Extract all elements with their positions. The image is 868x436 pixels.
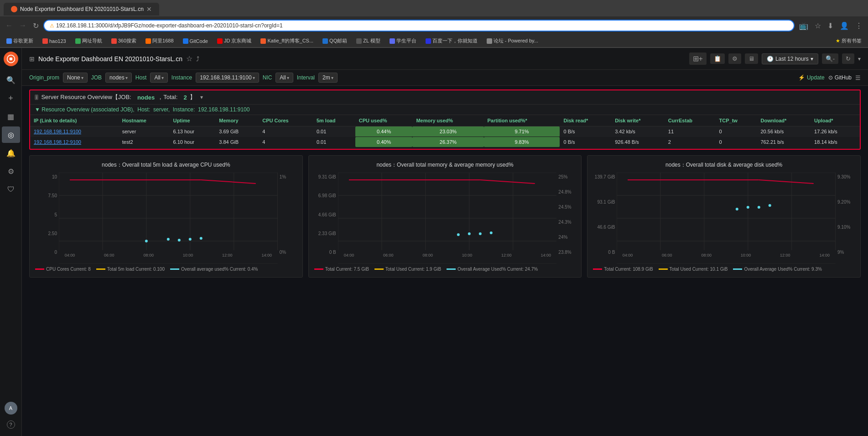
dashboard-title: Node Exporter Dashboard EN 20201010-Star…: [38, 55, 182, 63]
sidebar-item-alerting[interactable]: 🔔: [2, 145, 20, 161]
table-cell: 18.14 kb/s: [811, 137, 860, 147]
display-settings-button[interactable]: 📋: [710, 53, 725, 64]
table-cell: 4: [259, 137, 313, 147]
instance-label: Instance: [172, 74, 192, 81]
bookmark-wangzhi[interactable]: 网址导航: [73, 37, 105, 45]
download-button[interactable]: ⬇: [826, 20, 835, 32]
chart-svg: 04:0006:0008:0010:0012:0014:00: [338, 173, 557, 264]
responsive-button[interactable]: 🖥: [745, 53, 758, 64]
sidebar-item-explore[interactable]: ◎: [2, 126, 20, 143]
bookmark-katie[interactable]: Katie_ff的博客_CS...: [258, 37, 316, 45]
address-bar[interactable]: ⚠ 192.168.198.11:3000/d/xfpJB9FGz/node-e…: [43, 20, 795, 32]
bookmark-baidu[interactable]: 百度一下，你就知道: [423, 37, 480, 45]
chart-plot-area: 04:0006:0008:0010:0012:0014:00: [59, 173, 278, 264]
table-cell[interactable]: 192.168.198.11:9100: [30, 126, 119, 137]
sidebar-item-dashboards[interactable]: ▦: [2, 108, 20, 125]
time-range-picker[interactable]: 🕐 Last 12 hours ▾: [762, 53, 818, 64]
resource-table-container: ▼ Resource Overview (associated JOB), Ho…: [30, 105, 860, 149]
share-icon[interactable]: ⤴: [196, 55, 199, 63]
browser-tab[interactable]: Node Exporter Dashboard EN 20201010-Star…: [4, 3, 159, 16]
security-warning-icon: ⚠: [50, 23, 54, 29]
table-cell: 0.40%: [355, 137, 413, 147]
job-select[interactable]: nodes ▾: [105, 73, 132, 83]
time-range-label: Last 12 hours: [775, 56, 809, 62]
add-panel-button[interactable]: ⊞+: [689, 53, 707, 65]
col-tcp-tw: TCP_tw: [716, 115, 757, 126]
table-cell: 11: [665, 126, 716, 137]
bookmark-all[interactable]: ★ 所有书签: [833, 37, 864, 45]
legend-line-1: [374, 268, 384, 270]
tab-close-icon[interactable]: ✕: [146, 5, 152, 13]
svg-text:10:00: 10:00: [462, 253, 472, 257]
bookmark-gitcode[interactable]: GitCode: [180, 37, 211, 45]
chart-plot-area: 04:0006:0008:0010:0012:0014:00: [338, 173, 557, 264]
bookmark-zl[interactable]: ZL 模型: [353, 37, 383, 45]
col-disk-read: Disk read*: [560, 115, 611, 126]
star-icon[interactable]: ☆: [186, 54, 192, 63]
chart-panel-2: nodes：Overall total disk & average disk …: [587, 155, 861, 278]
legend-label-2: Overall Average Used% Current: 9.3%: [744, 267, 821, 272]
svg-point-40: [468, 232, 470, 235]
zoom-out-button[interactable]: 🔍-: [822, 53, 838, 64]
dashboard-settings-button[interactable]: ⚙: [728, 53, 741, 64]
svg-text:08:00: 08:00: [143, 253, 154, 257]
sidebar-item-help[interactable]: ?: [2, 416, 20, 433]
bookmark-forum[interactable]: 论坛 - Powered by...: [484, 37, 541, 45]
bookmark-star-button[interactable]: ☆: [813, 20, 823, 32]
bookmark-jd[interactable]: JD 京东商城: [214, 37, 255, 45]
table-cell[interactable]: 192.168.198.12:9100: [30, 137, 119, 147]
chart-title: nodes：Overall total 5m load & average CP…: [35, 161, 297, 169]
svg-text:06:00: 06:00: [383, 253, 394, 257]
instance-select[interactable]: 192.168.198.11:9100 ▾: [196, 73, 259, 83]
back-button[interactable]: ←: [4, 20, 15, 32]
table-row: 192.168.198.11:9100server6.13 hour3.69 G…: [30, 126, 860, 137]
sidebar-logo[interactable]: [4, 52, 18, 66]
host-select[interactable]: All ▾: [150, 73, 167, 83]
origin-prom-select[interactable]: None ▾: [63, 73, 88, 83]
legend-item-2: Overall Average Used% Current: 24.7%: [447, 267, 538, 272]
nic-select[interactable]: All ▾: [275, 73, 293, 83]
sidebar-item-add[interactable]: +: [2, 90, 20, 106]
y-axis-right: 1%0%: [278, 173, 297, 264]
chart-title: nodes：Overall total memory & average mem…: [314, 161, 576, 169]
col-memory: Memory: [215, 115, 259, 126]
reload-button[interactable]: ↻: [31, 20, 41, 32]
refresh-button[interactable]: ↻: [842, 53, 854, 64]
github-button[interactable]: ⊙ GitHub: [828, 74, 852, 81]
bookmark-google-update[interactable]: 谷歌更新: [4, 37, 36, 45]
clock-icon: 🕐: [767, 56, 774, 62]
bookmark-1688[interactable]: 阿里1688: [143, 37, 176, 45]
profile-button[interactable]: 👤: [838, 20, 851, 32]
sidebar-item-shield[interactable]: 🛡: [2, 181, 20, 198]
table-header-row: IP (Link to details) Hostname Uptime Mem…: [30, 115, 860, 126]
panel-dropdown-icon[interactable]: ▾: [200, 94, 203, 100]
table-cell: 0 B/s: [560, 137, 611, 147]
svg-line-61: [759, 180, 814, 184]
resource-overview-collapse[interactable]: ▼ Resource Overview (associated JOB), Ho…: [30, 105, 860, 115]
bookmark-hao123[interactable]: hao123: [40, 37, 69, 45]
panel-header-text: Server Resource Overview【JOB:: [41, 93, 134, 101]
more-menu-button[interactable]: ☰: [855, 74, 861, 81]
info-icon[interactable]: i: [35, 95, 38, 100]
table-cell: 0.01: [313, 137, 355, 147]
bookmark-qq[interactable]: QQ邮箱: [320, 37, 350, 45]
legend-item-0: Total Current: 108.9 GiB: [593, 267, 653, 272]
main-content: ⊞ Node Exporter Dashboard EN 20201010-St…: [22, 48, 868, 436]
bookmark-360[interactable]: 360搜索: [109, 37, 139, 45]
sidebar-item-settings[interactable]: ⚙: [2, 163, 20, 179]
table-cell: 762.21 b/s: [757, 137, 811, 147]
forward-button[interactable]: →: [17, 20, 28, 32]
interval-select[interactable]: 2m ▾: [318, 73, 338, 83]
chart-legend: Total Current: 108.9 GiB Total Used Curr…: [593, 267, 855, 272]
update-button[interactable]: ⚡ Update: [798, 74, 825, 81]
sidebar-item-search[interactable]: 🔍: [2, 72, 20, 88]
refresh-dropdown-icon[interactable]: ▾: [858, 56, 861, 62]
table-cell: 9.71%: [484, 126, 560, 137]
chart-title: nodes：Overall total disk & average disk …: [593, 161, 855, 169]
screen-cast-button[interactable]: 📺: [797, 20, 810, 32]
bookmark-student[interactable]: 学生平台: [387, 37, 419, 45]
menu-button[interactable]: ⋮: [853, 20, 864, 32]
avatar[interactable]: A: [5, 402, 17, 415]
resource-panel-header[interactable]: i Server Resource Overview【JOB: nodes ，T…: [30, 90, 860, 105]
svg-text:10:00: 10:00: [741, 253, 751, 257]
